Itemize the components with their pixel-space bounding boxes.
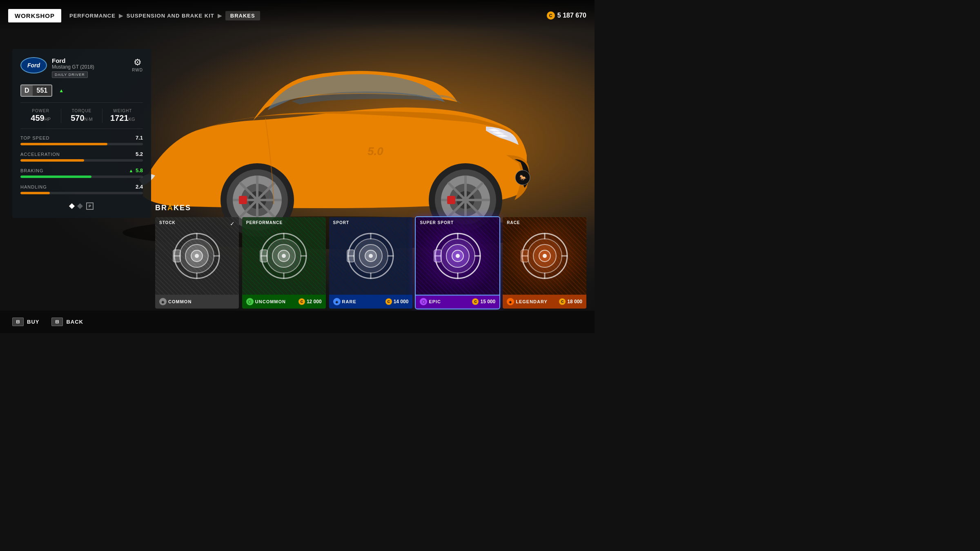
svg-rect-33 [173, 250, 180, 262]
sport-price-icon: C [385, 298, 392, 305]
stock-type-label: STOCK [159, 220, 176, 225]
brakes-cards: STOCK ✓ ◈ [155, 217, 586, 309]
stat-name-accel: ACCELERATION [20, 152, 60, 157]
stat-torque: TORQUE 570N·M [61, 109, 102, 123]
svg-rect-10 [447, 196, 455, 204]
bar-fill-handling [20, 192, 50, 194]
brakes-highlight: Ā [167, 204, 174, 212]
bottom-bar: ⊟ BUY ⊟ BACK [0, 311, 595, 333]
rating-badge: D 551 [20, 84, 52, 97]
race-disc-svg [520, 231, 569, 280]
perf-type-label: PERFORMANCE [246, 220, 283, 225]
breadcrumb-brakes[interactable]: BRAKES [225, 11, 260, 20]
performance-bars: TOP SPEED 7.1 ACCELERATION 5.2 BRAKING ▲ [20, 135, 143, 194]
currency-amount: 5 187 670 [557, 12, 586, 19]
drivetrain-label: RWD [132, 68, 143, 72]
race-card-inner: RACE [503, 217, 586, 295]
back-button[interactable]: ⊟ BACK [51, 318, 83, 326]
race-type-label: RACE [507, 220, 520, 225]
sport-disc-svg [346, 231, 395, 280]
bar-track-handling [20, 192, 143, 194]
buy-label: BUY [27, 319, 39, 325]
breadcrumb-suspension[interactable]: SUSPENSION AND BRAKE KIT [127, 13, 214, 19]
supersport-price: C 15 000 [472, 298, 495, 305]
brake-card-stock[interactable]: STOCK ✓ ◈ [155, 217, 239, 309]
back-key-icon: ⊟ [51, 318, 63, 326]
nav-square-p[interactable]: P [86, 202, 94, 210]
left-panel: Ford Ford Mustang GT (2018) DAILY DRIVER… [12, 49, 151, 218]
bar-fill-topspeed [20, 143, 107, 145]
stat-name-handling: HANDLING [20, 184, 47, 189]
torque-value: 570N·M [61, 113, 102, 123]
race-price-icon: C [559, 298, 566, 305]
svg-rect-73 [521, 250, 528, 262]
braking-prefix: ▲ [129, 168, 133, 173]
nav-dot-1[interactable] [69, 203, 75, 209]
stock-card-inner: STOCK ✓ [155, 217, 239, 295]
race-price: C 18 000 [559, 298, 582, 305]
nav-dots: P [20, 202, 143, 210]
bar-track-topspeed [20, 143, 143, 145]
drivetrain-icon: ⚙ [134, 57, 142, 68]
stat-name-braking: BRAKING [20, 168, 44, 173]
breadcrumb-performance[interactable]: PERFORMANCE [69, 13, 116, 19]
rating-letter: D [21, 85, 33, 96]
svg-rect-63 [434, 250, 441, 262]
svg-rect-53 [347, 250, 354, 262]
rating-number: 551 [33, 85, 52, 96]
bar-fill-braking [20, 176, 91, 178]
brake-card-race[interactable]: RACE ◈ LEGENDARY [503, 217, 586, 309]
breadcrumb: PERFORMANCE ▶ SUSPENSION AND BRAKE KIT ▶… [69, 11, 260, 20]
perf-row-braking: BRAKING ▲ 5.8 [20, 167, 143, 178]
svg-point-48 [369, 254, 373, 258]
brake-card-performance[interactable]: PERFORMANCE ⬡ UNCOMMON [242, 217, 326, 309]
stat-score-topspeed: 7.1 [136, 135, 143, 141]
nav-dot-2[interactable] [77, 203, 83, 209]
buy-key-icon: ⊟ [12, 318, 24, 326]
sport-rarity-icon: ◈ [333, 298, 341, 305]
daily-driver-badge: DAILY DRIVER [52, 71, 88, 78]
supersport-footer: ⬡ EPIC C 15 000 [416, 295, 499, 309]
power-label: POWER [20, 109, 61, 113]
sport-type-label: SPORT [333, 220, 349, 225]
brakes-section: BRĀKES STOCK ✓ [155, 204, 586, 309]
car-info-header: Ford Ford Mustang GT (2018) DAILY DRIVER… [20, 57, 143, 78]
svg-point-68 [543, 254, 547, 258]
stat-power: POWER 459HP [20, 109, 61, 123]
stock-check: ✓ [230, 220, 235, 227]
sport-price: C 14 000 [385, 298, 409, 305]
ford-logo: Ford [20, 57, 47, 73]
workshop-label: WORKSHOP [8, 9, 61, 22]
bar-track-braking [20, 176, 143, 178]
perf-footer: ⬡ UNCOMMON C 12 000 [242, 295, 326, 309]
brakes-title: BRĀKES [155, 204, 586, 212]
stock-footer: ◈ COMMON [155, 295, 239, 309]
sport-card-inner: SPORT [329, 217, 413, 295]
car-model: Mustang GT (2018) [52, 64, 127, 70]
supersport-disc-svg [433, 231, 482, 280]
svg-text:🐎: 🐎 [519, 174, 527, 181]
brake-card-supersport[interactable]: SUPER SPORT ⬡ EPIC [416, 217, 499, 309]
perf-row-topspeed: TOP SPEED 7.1 [20, 135, 143, 145]
race-rarity-label: LEGENDARY [516, 299, 548, 304]
race-rarity-icon: ◈ [507, 298, 514, 305]
brake-card-sport[interactable]: SPORT ◈ RARE [329, 217, 413, 309]
stat-weight: WEIGHT 1721KG [102, 109, 143, 123]
svg-rect-43 [260, 250, 267, 262]
currency-display: C 5 187 670 [547, 11, 586, 20]
stats-row: POWER 459HP TORQUE 570N·M WEIGHT 1721KG [20, 102, 143, 129]
perf-rarity-icon: ⬡ [246, 298, 254, 305]
header: WORKSHOP PERFORMANCE ▶ SUSPENSION AND BR… [0, 0, 595, 31]
bar-track-accel [20, 159, 143, 162]
supersport-type-label: SUPER SPORT [420, 220, 454, 225]
supersport-card-inner: SUPER SPORT [416, 217, 499, 295]
stat-score-handling: 2.4 [136, 184, 143, 190]
sport-footer: ◈ RARE C 14 000 [329, 295, 413, 309]
svg-point-38 [282, 254, 286, 258]
stat-score-braking: ▲ 5.8 [129, 167, 143, 173]
sport-rarity-label: RARE [342, 299, 356, 304]
breadcrumb-sep-1: ▶ [119, 12, 123, 19]
race-footer: ◈ LEGENDARY C 18 000 [503, 295, 586, 309]
svg-point-28 [195, 254, 199, 258]
buy-button[interactable]: ⊟ BUY [12, 318, 39, 326]
